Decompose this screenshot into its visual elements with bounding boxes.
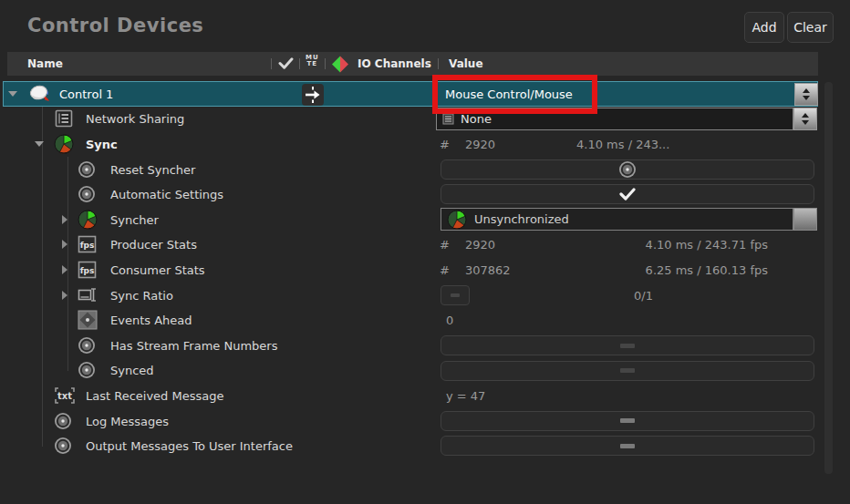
- monitor-icon: [78, 286, 98, 304]
- expand-expander-icon[interactable]: [62, 215, 67, 224]
- value-cell: [436, 181, 818, 207]
- round-button-icon: [54, 412, 72, 430]
- value-cell: Mouse Control/Mouse: [437, 82, 819, 106]
- value-cell: y = 47: [436, 383, 818, 408]
- round-button-icon: [78, 361, 96, 379]
- stats-count-value: 307862: [465, 262, 511, 276]
- vertical-scrollbar[interactable]: [824, 82, 833, 474]
- expand-expander-icon[interactable]: [62, 291, 67, 300]
- network-list-icon: [54, 109, 74, 128]
- events-icon: [78, 310, 98, 330]
- table-row[interactable]: fpsProducer Stats#29204.10 ms / 243.71 f…: [3, 232, 818, 258]
- value-cell: [436, 408, 818, 434]
- sync-pie-icon: [447, 210, 467, 230]
- header-separator: [325, 58, 326, 69]
- value-spinner[interactable]: [793, 108, 817, 130]
- table-row[interactable]: Reset Syncher: [3, 157, 818, 182]
- ratio-toggle-button[interactable]: [441, 285, 470, 305]
- spinner-up-icon[interactable]: [803, 88, 810, 93]
- svg-text:fps: fps: [80, 265, 95, 274]
- trigger-button[interactable]: [441, 159, 814, 180]
- column-io-channels: IO Channels: [358, 57, 431, 70]
- row-label: Reset Syncher: [110, 162, 195, 176]
- row-label: Producer Stats: [110, 238, 197, 252]
- row-label: Last Received Message: [86, 388, 223, 402]
- table-row[interactable]: Log Messages: [3, 408, 818, 434]
- table-row[interactable]: fpsConsumer Stats#3078626.25 ms / 160.13…: [3, 257, 818, 283]
- sync-pie-icon: [78, 210, 98, 230]
- collapse-expander-icon[interactable]: [35, 141, 44, 147]
- value-text: y = 47: [446, 388, 485, 402]
- value-dropdown[interactable]: None: [436, 108, 793, 130]
- svg-text:txt: txt: [57, 391, 72, 401]
- dash-icon: [620, 418, 635, 423]
- value-text: 0: [446, 314, 453, 327]
- table-row[interactable]: txtLast Received Messagey = 47: [3, 383, 818, 408]
- column-value: Value: [449, 57, 483, 70]
- table-row[interactable]: Has Stream Frame Numbers: [3, 333, 818, 358]
- spinner-up-icon[interactable]: [802, 113, 809, 118]
- stats-hash-label: #: [440, 238, 450, 252]
- row-label: Events Ahead: [110, 314, 192, 327]
- table-row[interactable]: Sync#29204.10 ms / 243...: [3, 131, 818, 157]
- stats-rate-value: 4.10 ms / 243.71 fps: [646, 238, 768, 252]
- toggle-button[interactable]: [441, 411, 814, 431]
- add-button[interactable]: Add: [744, 12, 784, 43]
- spinner-down-icon[interactable]: [802, 120, 809, 125]
- value-spinner[interactable]: [794, 83, 818, 106]
- table-row[interactable]: Network SharingNone: [3, 107, 818, 132]
- row-label: Automatic Settings: [110, 188, 223, 201]
- spinner-down-icon[interactable]: [803, 96, 810, 100]
- status-text: Unsynchronized: [474, 212, 569, 226]
- expand-expander-icon[interactable]: [62, 240, 67, 249]
- status-side-button[interactable]: [793, 208, 817, 231]
- table-row[interactable]: Sync Ratio0/1: [3, 283, 818, 308]
- table-row[interactable]: SyncherUnsynchronized: [3, 207, 818, 232]
- value-cell: #3078626.25 ms / 160.13 fps: [436, 257, 818, 283]
- value-cell: 0: [436, 307, 818, 333]
- stats-rate-value: 6.25 ms / 160.13 fps: [646, 262, 768, 276]
- column-name: Name: [27, 57, 63, 70]
- table-row[interactable]: Events Ahead0: [3, 307, 818, 333]
- value-cell: #29204.10 ms / 243.71 fps: [436, 232, 818, 258]
- row-label: Sync Ratio: [110, 288, 173, 302]
- row-label: Consumer Stats: [110, 262, 205, 276]
- status-field: Unsynchronized: [441, 208, 793, 231]
- checked-toggle-button[interactable]: [441, 184, 814, 204]
- expand-expander-icon[interactable]: [62, 265, 67, 274]
- round-button-icon: [54, 437, 72, 455]
- toggle-button[interactable]: [441, 436, 814, 456]
- value-cell: None: [436, 107, 818, 132]
- stats-hash-label: #: [440, 137, 450, 150]
- round-button-icon: [78, 336, 96, 355]
- dash-icon: [620, 368, 635, 373]
- table-row[interactable]: Control 1Mouse Control/Mouse: [3, 81, 818, 107]
- table-row[interactable]: Output Messages To User Interface: [3, 433, 818, 458]
- control-devices-panel: Control Devices Add Clear Name MUTE IO C…: [0, 0, 850, 504]
- table-header: Name MUTE IO Channels Value: [7, 52, 818, 76]
- table-row[interactable]: Automatic Settings: [3, 181, 818, 207]
- row-label: Control 1: [59, 87, 113, 100]
- dash-icon: [620, 444, 635, 448]
- stats-count-value: 2920: [465, 137, 495, 150]
- arrow-icon: [305, 86, 321, 104]
- toggle-button[interactable]: [441, 361, 814, 381]
- collapse-expander-icon[interactable]: [8, 91, 17, 97]
- round-button-icon: [78, 185, 96, 203]
- dropdown-value-text: None: [461, 112, 492, 126]
- io-channel-arrow-button[interactable]: [302, 84, 324, 106]
- toggle-button[interactable]: [441, 335, 814, 355]
- table-row[interactable]: Synced: [3, 358, 818, 384]
- ratio-value-text: 0/1: [472, 288, 814, 302]
- dropdown-value-text: Mouse Control/Mouse: [445, 87, 573, 101]
- fps-icon: fps: [78, 261, 97, 279]
- sync-pie-icon: [54, 134, 74, 154]
- check-icon: [619, 188, 636, 201]
- row-label: Sync: [86, 137, 118, 150]
- clear-button[interactable]: Clear: [787, 12, 834, 43]
- mini-list-icon: [442, 113, 454, 125]
- row-label: Syncher: [110, 212, 159, 226]
- header-separator: [438, 58, 439, 69]
- value-dropdown[interactable]: Mouse Control/Mouse: [437, 83, 794, 106]
- page-title: Control Devices: [27, 15, 203, 36]
